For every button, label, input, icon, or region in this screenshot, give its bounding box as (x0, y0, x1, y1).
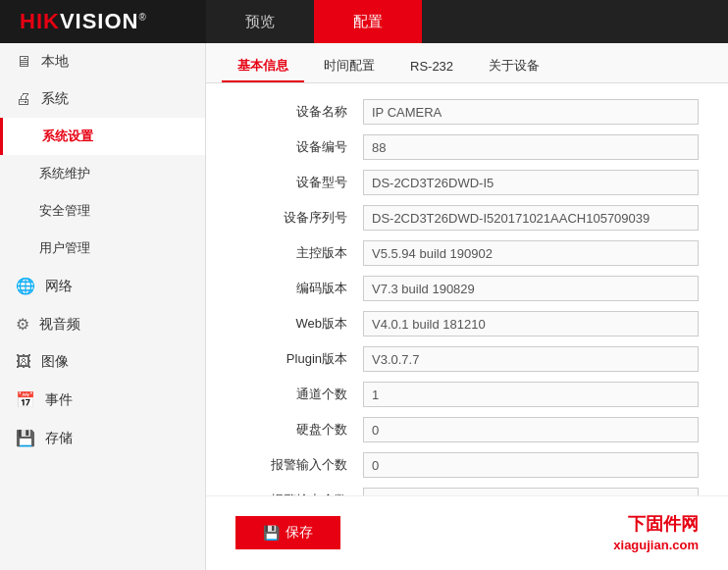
form-row-8: 通道个数 (235, 382, 699, 407)
form-row-7: Plugin版本 (235, 346, 699, 372)
sidebar-label-security: 安全管理 (39, 202, 90, 220)
form-input-3[interactable] (363, 205, 699, 231)
sidebar-item-security[interactable]: 安全管理 (0, 192, 205, 230)
nav-tabs: 预览配置 (206, 0, 728, 43)
form-row-6: Web版本 (235, 311, 699, 337)
form-input-6[interactable] (363, 311, 699, 337)
sidebar-label-network: 网络 (45, 278, 73, 295)
form-label-9: 硬盘个数 (235, 421, 363, 439)
form-input-4[interactable] (363, 240, 699, 266)
save-label: 保存 (286, 524, 313, 542)
logo-text: HIKVISION® (20, 9, 147, 34)
form-label-8: 通道个数 (235, 386, 363, 403)
form-label-1: 设备编号 (235, 138, 363, 156)
form-row-9: 硬盘个数 (235, 417, 699, 442)
video-icon: ⚙ (16, 315, 29, 334)
logo: HIKVISION® (0, 0, 206, 43)
form-input-0[interactable] (363, 99, 699, 125)
network-icon: 🌐 (16, 277, 35, 295)
form-row-4: 主控版本 (235, 240, 699, 266)
sidebar: 🖥本地🖨系统系统设置系统维护安全管理用户管理🌐网络⚙视音频🖼图像📅事件💾存储 (0, 43, 206, 570)
form-row-5: 编码版本 (235, 276, 699, 301)
sidebar-label-local: 本地 (41, 53, 69, 71)
sidebar-label-storage: 存储 (45, 430, 73, 447)
nav-tab-preview[interactable]: 预览 (206, 0, 314, 43)
sidebar-item-event[interactable]: 📅事件 (0, 381, 205, 419)
sidebar-item-system-settings[interactable]: 系统设置 (0, 118, 205, 155)
save-icon: 💾 (263, 525, 280, 541)
form-label-2: 设备型号 (235, 174, 363, 191)
nav-tab-config[interactable]: 配置 (314, 0, 422, 43)
form-row-11: 报警输出个数 (235, 488, 699, 495)
form-label-5: 编码版本 (235, 280, 363, 297)
content-area: 基本信息时间配置RS-232关于设备 设备名称设备编号设备型号设备序列号主控版本… (206, 43, 728, 570)
form-input-5[interactable] (363, 276, 699, 301)
sidebar-item-image[interactable]: 🖼图像 (0, 343, 205, 381)
form-input-9[interactable] (363, 417, 699, 442)
sidebar-label-system-settings: 系统设置 (42, 128, 93, 145)
sub-tab-time[interactable]: 时间配置 (308, 51, 390, 82)
logo-reg: ® (138, 12, 146, 23)
system-icon: 🖨 (16, 90, 31, 108)
sidebar-label-event: 事件 (45, 391, 73, 409)
sidebar-item-storage[interactable]: 💾存储 (0, 419, 205, 457)
image-icon: 🖼 (16, 353, 31, 371)
form-row-2: 设备型号 (235, 170, 699, 195)
form-row-10: 报警输入个数 (235, 452, 699, 478)
sidebar-item-system[interactable]: 🖨系统 (0, 80, 205, 118)
watermark-line1: 下固件网 (613, 512, 699, 537)
form-row-0: 设备名称 (235, 99, 699, 125)
sidebar-item-video[interactable]: ⚙视音频 (0, 305, 205, 343)
header: HIKVISION® 预览配置 (0, 0, 728, 43)
form-input-7[interactable] (363, 346, 699, 372)
form-input-1[interactable] (363, 134, 699, 160)
form-row-3: 设备序列号 (235, 205, 699, 231)
form-label-10: 报警输入个数 (235, 456, 363, 474)
form-label-3: 设备序列号 (235, 209, 363, 227)
sidebar-item-system-maintenance[interactable]: 系统维护 (0, 155, 205, 192)
form-input-2[interactable] (363, 170, 699, 195)
event-icon: 📅 (16, 390, 35, 409)
watermark: 下固件网 xiagujian.com (613, 512, 699, 554)
sidebar-label-system: 系统 (41, 90, 69, 108)
sidebar-item-user[interactable]: 用户管理 (0, 230, 205, 267)
sidebar-label-image: 图像 (41, 353, 69, 371)
form-input-10[interactable] (363, 452, 699, 478)
local-icon: 🖥 (16, 53, 31, 71)
footer-actions: 💾 保存 下固件网 xiagujian.com (206, 495, 728, 570)
sub-tab-rs232[interactable]: RS-232 (394, 53, 469, 81)
form-label-7: Plugin版本 (235, 350, 363, 368)
sidebar-label-system-maintenance: 系统维护 (39, 165, 90, 182)
form-area: 设备名称设备编号设备型号设备序列号主控版本编码版本Web版本Plugin版本通道… (206, 83, 728, 495)
sidebar-label-video: 视音频 (39, 316, 80, 334)
sidebar-item-local[interactable]: 🖥本地 (0, 43, 205, 80)
sub-tab-basic[interactable]: 基本信息 (222, 51, 304, 82)
form-input-8[interactable] (363, 382, 699, 407)
save-button[interactable]: 💾 保存 (235, 516, 340, 549)
form-label-0: 设备名称 (235, 103, 363, 121)
watermark-line2: xiagujian.com (613, 537, 699, 554)
form-label-4: 主控版本 (235, 244, 363, 262)
form-row-1: 设备编号 (235, 134, 699, 160)
sub-tab-about[interactable]: 关于设备 (473, 51, 555, 82)
main-layout: 🖥本地🖨系统系统设置系统维护安全管理用户管理🌐网络⚙视音频🖼图像📅事件💾存储 基… (0, 43, 728, 570)
form-input-11[interactable] (363, 488, 699, 495)
storage-icon: 💾 (16, 429, 35, 447)
sub-tabs: 基本信息时间配置RS-232关于设备 (206, 43, 728, 83)
form-label-6: Web版本 (235, 315, 363, 333)
sidebar-item-network[interactable]: 🌐网络 (0, 267, 205, 305)
sidebar-label-user: 用户管理 (39, 239, 90, 257)
